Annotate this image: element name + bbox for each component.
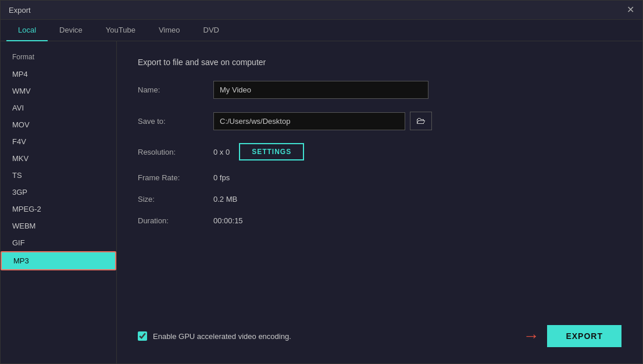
sidebar-item-gif[interactable]: GIF xyxy=(1,234,116,251)
tab-local[interactable]: Local xyxy=(6,20,48,41)
frame-rate-row: Frame Rate: 0 fps xyxy=(138,173,621,182)
sidebar-item-f4v[interactable]: F4V xyxy=(1,133,116,150)
save-to-controls: 🗁 xyxy=(213,112,432,130)
duration-value: 00:00:15 xyxy=(213,216,243,225)
sidebar-item-mkv[interactable]: MKV xyxy=(1,150,116,167)
size-row: Size: 0.2 MB xyxy=(138,195,621,204)
folder-icon: 🗁 xyxy=(416,116,426,126)
tab-vimeo[interactable]: Vimeo xyxy=(147,20,192,41)
frame-rate-label: Frame Rate: xyxy=(138,173,213,182)
content-area: Format MP4 WMV AVI MOV F4V MKV TS 3GP MP… xyxy=(1,41,642,363)
tab-device[interactable]: Device xyxy=(48,20,94,41)
save-to-label: Save to: xyxy=(138,117,213,126)
frame-rate-value: 0 fps xyxy=(213,173,230,182)
sidebar-item-wmv[interactable]: WMV xyxy=(1,83,116,99)
sidebar-item-mp4[interactable]: MP4 xyxy=(1,66,116,83)
name-label: Name: xyxy=(138,85,213,94)
size-label: Size: xyxy=(138,195,213,204)
export-area: → EXPORT xyxy=(523,325,621,347)
panel-title: Export to file and save on computer xyxy=(138,58,621,67)
duration-label: Duration: xyxy=(138,216,213,225)
tab-youtube[interactable]: YouTube xyxy=(94,20,147,41)
gpu-label-text: Enable GPU accelerated video encoding. xyxy=(153,332,291,341)
arrow-icon: → xyxy=(523,327,539,345)
sidebar-item-ts[interactable]: TS xyxy=(1,167,116,184)
size-value: 0.2 MB xyxy=(213,195,237,204)
sidebar-item-mpeg2[interactable]: MPEG-2 xyxy=(1,201,116,217)
title-bar: Export ✕ xyxy=(1,1,642,20)
name-row: Name: xyxy=(138,81,621,99)
save-to-input[interactable] xyxy=(213,112,405,130)
sidebar: Format MP4 WMV AVI MOV F4V MKV TS 3GP MP… xyxy=(1,41,117,363)
resolution-row: Resolution: 0 x 0 SETTINGS xyxy=(138,143,621,160)
resolution-controls: 0 x 0 SETTINGS xyxy=(213,143,304,160)
window-title: Export xyxy=(9,6,31,15)
tabs-bar: Local Device YouTube Vimeo DVD xyxy=(1,20,642,41)
sidebar-item-avi[interactable]: AVI xyxy=(1,99,116,116)
sidebar-item-mp3[interactable]: MP3 xyxy=(1,251,116,270)
folder-browse-button[interactable]: 🗁 xyxy=(410,112,432,130)
export-window: Export ✕ Local Device YouTube Vimeo DVD … xyxy=(0,0,643,364)
sidebar-item-mov[interactable]: MOV xyxy=(1,116,116,133)
sidebar-item-3gp[interactable]: 3GP xyxy=(1,184,116,201)
resolution-label: Resolution: xyxy=(138,148,213,156)
format-label: Format xyxy=(1,51,116,66)
sidebar-item-webm[interactable]: WEBM xyxy=(1,217,116,234)
save-to-row: Save to: 🗁 xyxy=(138,112,621,130)
name-input[interactable] xyxy=(213,81,428,99)
duration-row: Duration: 00:00:15 xyxy=(138,216,621,225)
footer-row: Enable GPU accelerated video encoding. →… xyxy=(138,308,621,347)
resolution-value: 0 x 0 xyxy=(213,148,230,156)
close-button[interactable]: ✕ xyxy=(627,5,634,15)
settings-button[interactable]: SETTINGS xyxy=(239,143,304,160)
gpu-checkbox-label[interactable]: Enable GPU accelerated video encoding. xyxy=(138,331,291,341)
tab-dvd[interactable]: DVD xyxy=(192,20,231,41)
gpu-checkbox[interactable] xyxy=(138,331,147,341)
export-button[interactable]: EXPORT xyxy=(547,325,621,347)
main-panel: Export to file and save on computer Name… xyxy=(117,41,642,363)
